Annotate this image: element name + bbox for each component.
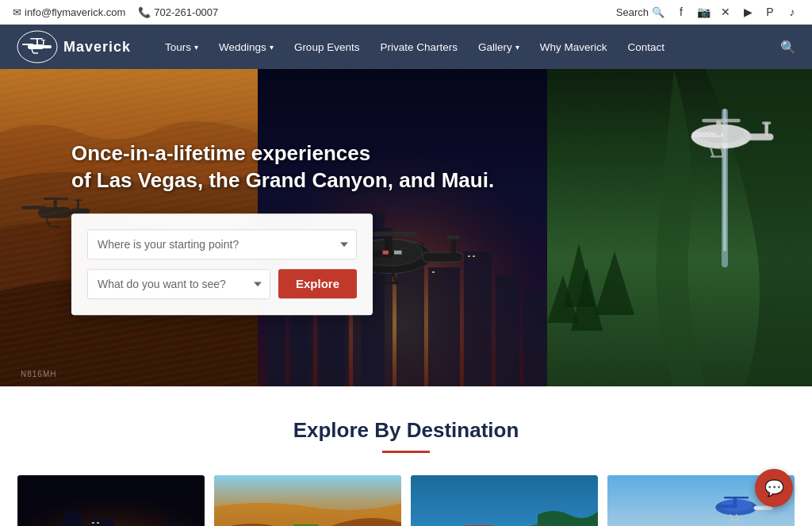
phone-icon: 📞 [138, 6, 151, 18]
search-row: What do you want to see? Grand Canyon La… [87, 269, 357, 299]
svg-point-67 [698, 125, 745, 143]
destinations-section: Explore By Destination [0, 386, 812, 526]
hero-panel-maui [547, 69, 812, 386]
dest-card-las-vegas[interactable]: LAS VEGAS [17, 475, 205, 526]
svg-rect-73 [762, 121, 772, 125]
nav-private-charters[interactable]: Private Charters [370, 25, 468, 69]
twitter-x-icon[interactable]: ✕ [718, 5, 733, 19]
nav-search-icon[interactable]: 🔍 [780, 40, 796, 55]
svg-rect-63 [547, 69, 812, 386]
svg-rect-141 [733, 497, 737, 507]
grand-canyon-image [214, 475, 401, 526]
svg-rect-13 [21, 206, 47, 209]
nav-logo[interactable]: Maverick [16, 29, 131, 64]
svg-line-75 [722, 148, 724, 157]
svg-point-66 [691, 125, 752, 149]
tail-number: N816MH [21, 370, 56, 378]
top-bar-contact: ✉ info@flymaverick.com 📞 702-261-0007 [13, 6, 218, 18]
svg-rect-93 [92, 522, 94, 524]
svg-line-18 [47, 218, 50, 227]
destinations-grid: LAS VEGAS [17, 475, 795, 526]
svg-rect-33 [496, 275, 519, 386]
svg-rect-83 [65, 511, 81, 526]
facebook-icon[interactable]: f [674, 5, 688, 19]
hero-title: Once-in-a-lifetime experiences of Las Ve… [71, 140, 494, 194]
svg-line-8 [32, 49, 33, 53]
nav-gallery[interactable]: Gallery ▾ [468, 25, 530, 69]
search-link[interactable]: Search 🔍 [616, 6, 665, 18]
svg-rect-7 [41, 40, 45, 40]
svg-rect-69 [692, 132, 724, 137]
svg-rect-78 [17, 475, 205, 526]
nav-weddings[interactable]: Weddings ▾ [209, 25, 284, 69]
email-icon: ✉ [13, 6, 21, 18]
phone-link[interactable]: 📞 702-261-0007 [138, 6, 218, 18]
logo-text: Maverick [63, 39, 131, 56]
destinations-title: Explore By Destination [16, 418, 796, 443]
chat-icon: 💬 [764, 478, 784, 497]
gallery-arrow: ▾ [515, 43, 519, 52]
svg-rect-94 [97, 522, 99, 524]
top-bar-right: Search 🔍 f 📷 ✕ ▶ P ♪ [616, 5, 799, 19]
nav-bar: Maverick Tours ▾ Weddings ▾ Group Events… [0, 25, 812, 69]
search-widget: Where is your starting point? Las Vegas … [71, 213, 373, 315]
svg-rect-34 [523, 291, 547, 386]
svg-rect-3 [22, 44, 33, 45]
maui-helicopter [691, 119, 774, 157]
tiktok-icon[interactable]: ♪ [785, 5, 799, 19]
maui-image [411, 475, 598, 526]
svg-rect-15 [44, 198, 69, 200]
explore-button[interactable]: Explore [278, 269, 357, 298]
svg-rect-72 [764, 122, 768, 136]
nav-why-maverick[interactable]: Why Maverick [530, 25, 618, 69]
hero-content: Once-in-a-lifetime experiences of Las Ve… [71, 140, 494, 315]
svg-rect-14 [54, 199, 57, 210]
svg-rect-68 [745, 134, 773, 140]
pinterest-icon[interactable]: P [763, 5, 777, 19]
nav-links: Tours ▾ Weddings ▾ Group Events Private … [155, 25, 780, 69]
nav-contact[interactable]: Contact [618, 25, 676, 69]
top-bar: ✉ info@flymaverick.com 📞 702-261-0007 Se… [0, 0, 812, 25]
starting-point-select[interactable]: Where is your starting point? Las Vegas … [87, 229, 357, 259]
youtube-icon[interactable]: ▶ [741, 5, 755, 19]
svg-line-74 [710, 148, 714, 157]
las-vegas-image [17, 475, 205, 526]
svg-rect-2 [42, 45, 52, 48]
svg-rect-64 [722, 109, 728, 267]
svg-rect-65 [723, 109, 726, 251]
svg-rect-87 [168, 523, 184, 526]
nav-group-events[interactable]: Group Events [284, 25, 370, 69]
svg-rect-6 [43, 40, 44, 45]
dest-card-maui[interactable]: MAUI [411, 475, 598, 526]
chat-bubble[interactable]: 💬 [755, 469, 793, 507]
logo-helicopter-icon [16, 29, 59, 64]
maui-svg [547, 69, 812, 386]
svg-rect-70 [716, 121, 721, 136]
phone-text: 702-261-0007 [154, 6, 218, 18]
tours-arrow: ▾ [194, 43, 198, 52]
hero-section: N816MH Once-in-a-lifetime experiences of… [0, 69, 812, 386]
dest-card-grand-canyon[interactable]: GRAND CANYON [214, 475, 401, 526]
destination-select[interactable]: What do you want to see? Grand Canyon La… [87, 269, 270, 299]
svg-rect-5 [30, 38, 43, 40]
nav-tours[interactable]: Tours ▾ [155, 25, 209, 69]
weddings-arrow: ▾ [270, 43, 274, 52]
email-link[interactable]: ✉ info@flymaverick.com [13, 6, 125, 18]
search-label: Search [616, 6, 649, 18]
dest-card-las-vegas-bg [17, 475, 205, 526]
dest-card-maui-bg [411, 475, 598, 526]
social-icons: f 📷 ✕ ▶ P ♪ [674, 5, 799, 19]
svg-rect-4 [36, 39, 38, 45]
search-icon: 🔍 [652, 6, 665, 18]
email-text: info@flymaverick.com [25, 6, 125, 18]
dest-card-grand-canyon-bg [214, 475, 401, 526]
title-underline [382, 451, 430, 453]
svg-rect-142 [724, 497, 749, 499]
svg-rect-11 [38, 207, 71, 218]
instagram-icon[interactable]: 📷 [696, 5, 710, 19]
svg-rect-71 [702, 119, 741, 123]
